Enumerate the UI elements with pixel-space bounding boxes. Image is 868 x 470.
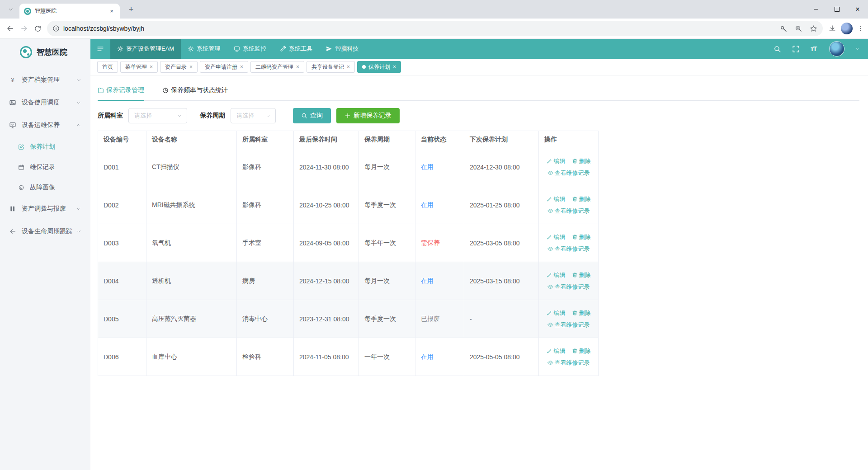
pencil-icon (547, 348, 552, 354)
forward-button[interactable] (17, 21, 31, 36)
table-row: D003 氧气机 手术室 2024-09-05 08:00 每半年一次 需保养 … (98, 224, 599, 262)
browser-window: 智慧医院 × + ✕ localhost/zcsbgl/sbywby/byjh (0, 0, 868, 470)
window-maximize-button[interactable] (826, 0, 847, 19)
col-cycle: 保养周期 (359, 131, 415, 148)
sidebar-item-lifecycle[interactable]: 设备生命周期跟踪 (0, 220, 90, 243)
eye-icon (547, 246, 553, 252)
tag-home[interactable]: 首页 (97, 61, 118, 73)
collapse-menu-icon[interactable] (90, 39, 110, 59)
view-repair-records-link[interactable]: 查看维修记录 (547, 359, 590, 367)
status-badge: 在用 (421, 277, 434, 284)
sidebar-item-asset-archive[interactable]: ¥ 资产档案管理 (0, 69, 90, 91)
search-icon[interactable] (774, 45, 781, 53)
browser-tab[interactable]: 智慧医院 × (19, 4, 120, 19)
user-avatar[interactable] (829, 41, 844, 56)
new-tab-button[interactable]: + (126, 4, 137, 15)
table-row: D005 高压蒸汽灭菌器 消毒中心 2023-12-31 08:00 每季度一次… (98, 300, 599, 338)
edit-link[interactable]: 编辑 (547, 347, 566, 355)
yen-icon: ¥ (9, 76, 16, 84)
tab-frequency-stats[interactable]: 保养频率与状态统计 (162, 86, 228, 100)
back-button[interactable] (4, 21, 17, 36)
view-repair-records-link[interactable]: 查看维修记录 (547, 245, 590, 253)
menu-kebab-icon[interactable] (857, 25, 864, 32)
profile-avatar[interactable] (841, 23, 853, 34)
view-repair-records-link[interactable]: 查看维修记录 (547, 169, 590, 177)
reload-button[interactable] (31, 21, 44, 36)
edit-link[interactable]: 编辑 (547, 195, 566, 203)
zoom-icon[interactable] (795, 25, 802, 33)
sidebar-item-maintenance-records[interactable]: 维保记录 (0, 157, 90, 177)
tag-qrcode-asset[interactable]: 二维码资产管理× (250, 61, 304, 73)
topnav-item-system-tools[interactable]: 系统工具 (273, 39, 319, 59)
caret-down-icon[interactable] (855, 47, 860, 51)
sidebar-item-asset-transfer[interactable]: 资产调拨与报废 (0, 197, 90, 220)
sidebar-item-maintenance-plan[interactable]: 保养计划 (0, 136, 90, 157)
pencil-icon (547, 310, 552, 316)
edit-link[interactable]: 编辑 (547, 233, 566, 241)
query-button[interactable]: 查询 (293, 108, 331, 123)
sidebar: 智慧医院 ¥ 资产档案管理 设备使用调度 设备运维保养 (0, 39, 90, 470)
tab-maintenance-records[interactable]: 保养记录管理 (98, 86, 144, 100)
trash-icon (572, 310, 578, 316)
folder-icon (98, 87, 104, 94)
tag-maintenance-plan[interactable]: 保养计划× (357, 61, 401, 73)
close-icon[interactable]: × (189, 64, 193, 70)
tag-asset-apply[interactable]: 资产申请注册× (200, 61, 248, 73)
topnav-item-zhinao[interactable]: 智脑科技 (319, 39, 365, 59)
view-repair-records-link[interactable]: 查看维修记录 (547, 321, 590, 329)
password-key-icon[interactable] (780, 25, 788, 33)
table-row: D004 透析机 病房 2024-12-15 08:00 每月一次 在用 202… (98, 262, 599, 300)
edit-square-icon (18, 144, 24, 150)
image-icon (9, 99, 16, 106)
tag-shared-device[interactable]: 共享设备登记× (307, 61, 355, 73)
edit-link[interactable]: 编辑 (547, 157, 566, 165)
topnav-item-eam[interactable]: 资产设备管理EAM (110, 39, 181, 59)
delete-link[interactable]: 删除 (572, 271, 591, 279)
topnav-item-system-monitor[interactable]: 系统监控 (227, 39, 273, 59)
trash-icon (572, 196, 578, 202)
sidebar-item-device-dispatch[interactable]: 设备使用调度 (0, 91, 90, 114)
site-info-icon[interactable] (52, 25, 60, 32)
tab-search-button[interactable] (5, 5, 17, 14)
search-icon (301, 113, 307, 119)
eye-icon (547, 360, 553, 366)
window-minimize-button[interactable] (806, 0, 826, 19)
close-icon[interactable]: × (393, 64, 396, 70)
sidebar-item-maintenance[interactable]: 设备运维保养 (0, 114, 90, 136)
view-repair-records-link[interactable]: 查看维修记录 (547, 207, 590, 215)
edit-link[interactable]: 编辑 (547, 309, 566, 317)
url-text[interactable]: localhost/zcsbgl/sbywby/byjh (63, 25, 780, 32)
dept-select[interactable]: 请选择 (128, 108, 187, 123)
fullscreen-icon[interactable] (792, 45, 800, 53)
delete-link[interactable]: 删除 (572, 157, 591, 165)
face-icon (18, 184, 24, 191)
address-bar[interactable]: localhost/zcsbgl/sbywby/byjh (47, 21, 823, 36)
download-icon[interactable] (828, 24, 836, 33)
col-actions: 操作 (539, 131, 599, 148)
cycle-select[interactable]: 请选择 (231, 108, 276, 123)
filter-bar: 所属科室 请选择 保养周期 请选择 查询 (98, 108, 868, 123)
close-icon[interactable]: × (296, 64, 299, 70)
calendar-icon (18, 164, 24, 170)
window-close-button[interactable]: ✕ (847, 0, 868, 19)
delete-link[interactable]: 删除 (572, 233, 591, 241)
delete-link[interactable]: 删除 (572, 195, 591, 203)
delete-link[interactable]: 删除 (572, 309, 591, 317)
font-size-icon[interactable]: тT (811, 45, 818, 53)
add-maintenance-button[interactable]: 新增保养记录 (336, 108, 400, 123)
status-badge: 在用 (421, 353, 434, 360)
view-repair-records-link[interactable]: 查看维修记录 (547, 283, 590, 291)
delete-link[interactable]: 删除 (572, 347, 591, 355)
close-icon[interactable]: × (150, 64, 153, 70)
tag-asset-catalog[interactable]: 资产目录× (160, 61, 198, 73)
topnav-item-system-admin[interactable]: 系统管理 (181, 39, 227, 59)
tag-menu-management[interactable]: 菜单管理× (120, 61, 158, 73)
close-icon[interactable]: × (347, 64, 350, 70)
tab-close-icon[interactable]: × (108, 8, 115, 15)
chevron-down-icon (76, 206, 81, 212)
plus-icon (344, 113, 351, 119)
close-icon[interactable]: × (240, 64, 243, 70)
sidebar-item-fault-portrait[interactable]: 故障画像 (0, 177, 90, 197)
edit-link[interactable]: 编辑 (547, 271, 566, 279)
bookmark-star-icon[interactable] (810, 25, 817, 33)
